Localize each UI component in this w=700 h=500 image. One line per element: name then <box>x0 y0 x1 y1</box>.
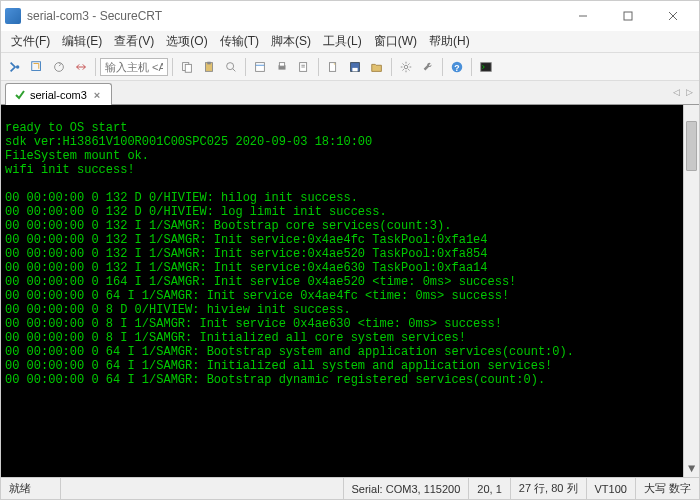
statusbar: 就绪 Serial: COM3, 115200 20, 1 27 行, 80 列… <box>1 477 699 499</box>
status-ready: 就绪 <box>1 478 61 499</box>
save-icon[interactable] <box>345 57 365 77</box>
separator <box>172 58 173 76</box>
menu-options[interactable]: 选项(O) <box>162 31 211 52</box>
tab-prev-icon[interactable]: ◁ <box>670 85 682 99</box>
reconnect-icon[interactable] <box>49 57 69 77</box>
svg-rect-22 <box>352 67 357 71</box>
close-button[interactable] <box>650 2 695 30</box>
menu-view[interactable]: 查看(V) <box>110 31 158 52</box>
app-icon <box>5 8 21 24</box>
menu-window[interactable]: 窗口(W) <box>370 31 421 52</box>
scroll-track[interactable] <box>684 121 699 461</box>
quick-connect-icon[interactable] <box>27 57 47 77</box>
svg-point-11 <box>227 62 234 69</box>
paste-icon[interactable] <box>199 57 219 77</box>
separator <box>95 58 96 76</box>
menu-file[interactable]: 文件(F) <box>7 31 54 52</box>
tab-serial-com3[interactable]: serial-com3 × <box>5 83 112 105</box>
connect-icon[interactable] <box>5 57 25 77</box>
terminal-output[interactable]: ready to OS start sdk ver:Hi3861V100R001… <box>1 105 699 477</box>
tab-nav: ◁ ▷ <box>670 85 695 99</box>
tab-label: serial-com3 <box>30 89 87 101</box>
menu-edit[interactable]: 编辑(E) <box>58 31 106 52</box>
separator <box>318 58 319 76</box>
new-icon[interactable] <box>323 57 343 77</box>
maximize-button[interactable] <box>605 2 650 30</box>
minimize-button[interactable] <box>560 2 605 30</box>
print-icon[interactable] <box>272 57 292 77</box>
scroll-thumb[interactable] <box>686 121 697 171</box>
tab-bar: serial-com3 × ◁ ▷ <box>1 81 699 105</box>
separator <box>245 58 246 76</box>
status-spacer <box>61 478 344 499</box>
find-icon[interactable] <box>221 57 241 77</box>
log-icon[interactable] <box>294 57 314 77</box>
menu-help[interactable]: 帮助(H) <box>425 31 474 52</box>
svg-rect-13 <box>256 62 265 71</box>
status-term: VT100 <box>587 478 636 499</box>
host-input[interactable] <box>100 58 168 76</box>
status-size: 27 行, 80 列 <box>511 478 587 499</box>
help-icon[interactable]: ? <box>447 57 467 77</box>
disconnect-icon[interactable] <box>71 57 91 77</box>
copy-icon[interactable] <box>177 57 197 77</box>
check-icon <box>14 89 26 101</box>
menu-script[interactable]: 脚本(S) <box>267 31 315 52</box>
titlebar: serial-com3 - SecureCRT <box>1 1 699 31</box>
status-cursor: 20, 1 <box>469 478 510 499</box>
terminal-text: ready to OS start sdk ver:Hi3861V100R001… <box>5 121 574 387</box>
menu-tools[interactable]: 工具(L) <box>319 31 366 52</box>
svg-rect-8 <box>185 64 191 72</box>
terminal-icon[interactable] <box>476 57 496 77</box>
tab-close-button[interactable]: × <box>91 89 103 101</box>
scrollbar[interactable]: ▲ ▼ <box>683 105 699 477</box>
menu-transfer[interactable]: 传输(T) <box>216 31 263 52</box>
tools-icon[interactable] <box>418 57 438 77</box>
svg-rect-16 <box>279 62 284 66</box>
toolbar: ? <box>1 53 699 81</box>
open-icon[interactable] <box>367 57 387 77</box>
svg-text:?: ? <box>454 62 459 72</box>
window-title: serial-com3 - SecureCRT <box>27 9 560 23</box>
scroll-down-icon[interactable]: ▼ <box>684 461 699 477</box>
svg-point-6 <box>55 62 64 71</box>
svg-point-4 <box>16 65 20 69</box>
tab-next-icon[interactable]: ▷ <box>683 85 695 99</box>
status-caps: 大写 数字 <box>636 478 699 499</box>
separator <box>442 58 443 76</box>
settings-icon[interactable] <box>396 57 416 77</box>
properties-icon[interactable] <box>250 57 270 77</box>
svg-point-23 <box>404 65 408 69</box>
menubar: 文件(F) 编辑(E) 查看(V) 选项(O) 传输(T) 脚本(S) 工具(L… <box>1 31 699 53</box>
svg-rect-10 <box>207 61 211 64</box>
svg-line-12 <box>233 68 236 71</box>
svg-rect-1 <box>624 12 632 20</box>
status-serial: Serial: COM3, 115200 <box>344 478 470 499</box>
separator <box>391 58 392 76</box>
separator <box>471 58 472 76</box>
svg-rect-26 <box>481 62 492 71</box>
